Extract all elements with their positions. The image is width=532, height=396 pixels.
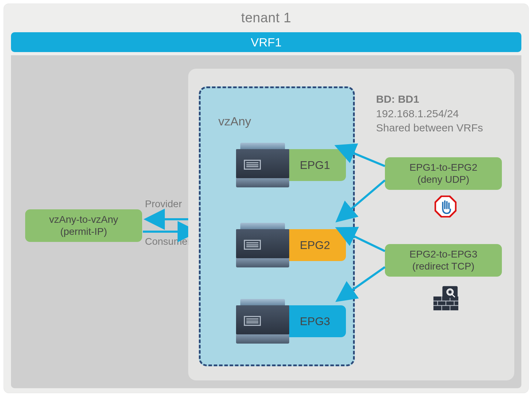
provider-label: Provider [145,198,182,210]
epg1-node: EPG1 [236,143,346,187]
contract-left-title: vzAny-to-vzAny [49,214,118,226]
contract-c2-sub: (redirect TCP) [412,260,474,272]
contract-epg2-to-epg3: EPG2-to-EPG3 (redirect TCP) [385,244,502,277]
vzany-label: vzAny [218,114,251,128]
server-icon [236,299,289,344]
epg1-label: EPG1 [300,159,330,172]
contract-epg1-to-epg2: EPG1-to-EPG2 (deny UDP) [385,157,502,190]
bd-panel: vzAny EPG1 EPG2 [188,69,514,380]
vrf-header: VRF1 [11,32,521,52]
server-icon [236,223,289,267]
epg3-label: EPG3 [300,315,330,328]
bd-title: BD: BD1 [376,92,483,107]
svg-rect-13 [442,286,458,298]
contract-c1-title: EPG1-to-EPG2 [409,162,477,174]
tenant-container: tenant 1 VRF1 vzAny-to-vzAny (permit-IP)… [4,4,529,393]
vrf-body: vzAny-to-vzAny (permit-IP) Provider Cons… [11,55,521,388]
vzany-group: vzAny EPG1 EPG2 [199,86,355,366]
epg2-label: EPG2 [300,239,330,252]
contract-c1-sub: (deny UDP) [418,174,469,186]
contract-vzany-to-vzany: vzAny-to-vzAny (permit-IP) [25,209,142,242]
bd-subnet: 192.168.1.254/24 [376,107,483,121]
server-icon [236,143,289,187]
firewall-icon [432,284,460,312]
bd-note: Shared between VRFs [376,121,483,135]
contract-c2-title: EPG2-to-EPG3 [409,248,477,260]
epg3-node: EPG3 [236,299,346,344]
consumer-label: Consumer [145,236,191,247]
deny-icon [435,196,457,217]
epg2-node: EPG2 [236,223,346,267]
tenant-label: tenant 1 [4,10,528,26]
contract-left-sub: (permit-IP) [60,226,107,238]
bd-info: BD: BD1 192.168.1.254/24 Shared between … [376,92,483,135]
